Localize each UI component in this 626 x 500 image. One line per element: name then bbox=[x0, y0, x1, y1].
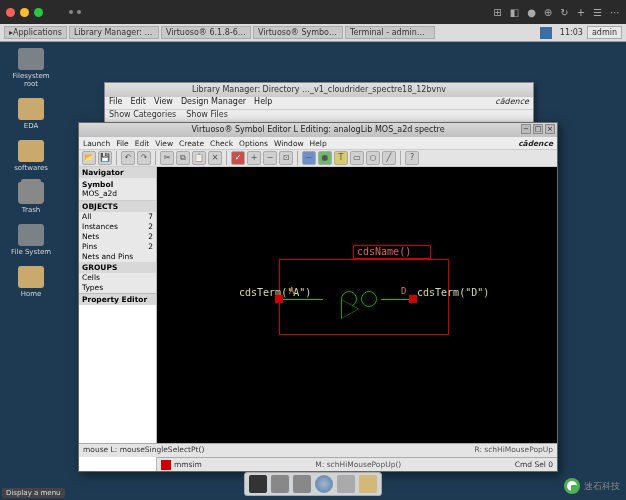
menu-create[interactable]: Create bbox=[179, 139, 204, 148]
property-editor-header: Property Editor bbox=[79, 294, 156, 305]
tray-icon[interactable] bbox=[540, 27, 552, 39]
split-icon[interactable]: ◧ bbox=[510, 7, 519, 18]
schematic-canvas[interactable]: cdsTerm("A") cdsName() cdsTerm("D") A D bbox=[157, 167, 557, 457]
dock-item-browser[interactable] bbox=[315, 475, 333, 493]
close-icon[interactable]: × bbox=[545, 124, 555, 134]
show-categories-toggle[interactable]: Show Categories bbox=[109, 110, 176, 121]
menu-help[interactable]: Help bbox=[310, 139, 327, 148]
copy-button[interactable]: ⧉ bbox=[176, 151, 190, 165]
symbol-editor-menubar: Launch File Edit View Create Check Optio… bbox=[79, 137, 557, 149]
nav-row-instances[interactable]: Instances2 bbox=[79, 222, 156, 232]
menu-options[interactable]: Options bbox=[239, 139, 268, 148]
menu-help[interactable]: Help bbox=[254, 97, 272, 109]
paste-button[interactable]: 📋 bbox=[192, 151, 206, 165]
taskbar-item-symbol-editor[interactable]: Virtuoso® Symbol Edit… bbox=[253, 26, 343, 39]
terminal-d-label: cdsTerm("D") bbox=[417, 287, 489, 298]
desktop-icon-trash[interactable]: Trash bbox=[6, 182, 56, 214]
dock-item-search[interactable] bbox=[337, 475, 355, 493]
status-mouse-left: mouse L: mouseSingleSelectPt() bbox=[83, 445, 204, 456]
dock-item-files[interactable] bbox=[271, 475, 289, 493]
label-button[interactable]: T bbox=[334, 151, 348, 165]
nav-row-pins[interactable]: Pins2 bbox=[79, 242, 156, 252]
redo-button[interactable]: ↷ bbox=[137, 151, 151, 165]
nav-row-cells[interactable]: Cells bbox=[79, 273, 156, 283]
dock-item-terminal[interactable] bbox=[249, 475, 267, 493]
coord-bar: mouse L: mouseSingleSelectPt() R: schHiM… bbox=[79, 443, 557, 457]
help-button[interactable]: ? bbox=[405, 151, 419, 165]
refresh-icon[interactable]: ↻ bbox=[560, 7, 568, 18]
menu-icon[interactable]: ☰ bbox=[593, 7, 602, 18]
line-button[interactable]: ╱ bbox=[382, 151, 396, 165]
plus-icon[interactable]: + bbox=[577, 7, 585, 18]
browser-toolbar-icons: ⊞ ◧ ● ⊕ ↻ + ☰ ⋯ bbox=[493, 7, 620, 18]
menu-edit[interactable]: Edit bbox=[135, 139, 150, 148]
nav-row-nets[interactable]: Nets2 bbox=[79, 232, 156, 242]
check-button[interactable]: ✓ bbox=[231, 151, 245, 165]
undo-button[interactable]: ↶ bbox=[121, 151, 135, 165]
layout-icon[interactable]: ⊞ bbox=[493, 7, 501, 18]
pin-a[interactable] bbox=[275, 295, 283, 303]
record-icon[interactable]: ● bbox=[527, 7, 536, 18]
zoom-fit-button[interactable]: ⊡ bbox=[279, 151, 293, 165]
tab-indicator bbox=[69, 10, 81, 14]
menu-view[interactable]: View bbox=[154, 97, 173, 109]
delete-button[interactable]: ✕ bbox=[208, 151, 222, 165]
nav-row-nets-and-pins[interactable]: Nets and Pins bbox=[79, 252, 156, 262]
taskbar-item-virtuoso[interactable]: Virtuoso® 6.1.8-64b L… bbox=[161, 26, 251, 39]
wire-button[interactable]: ─ bbox=[302, 151, 316, 165]
browser-tab-bar: ⊞ ◧ ● ⊕ ↻ + ☰ ⋯ bbox=[0, 0, 626, 24]
cut-button[interactable]: ✂ bbox=[160, 151, 174, 165]
status-mid: M: schHiMousePopUp() bbox=[202, 460, 515, 469]
user-menu[interactable]: admin bbox=[587, 26, 622, 39]
zoom-out-button[interactable]: − bbox=[263, 151, 277, 165]
navigator-panel: Navigator Symbol MOS_a2d OBJECTS All7 In… bbox=[79, 167, 157, 471]
dock bbox=[244, 472, 382, 496]
status-mouse-right: R: schHiMousePopUp bbox=[474, 445, 553, 456]
zoom-in-button[interactable]: + bbox=[247, 151, 261, 165]
circle-button[interactable]: ○ bbox=[366, 151, 380, 165]
library-manager-subbar: Show Categories Show Files bbox=[105, 109, 533, 121]
show-files-toggle[interactable]: Show Files bbox=[186, 110, 228, 121]
menu-design-manager[interactable]: Design Manager bbox=[181, 97, 246, 109]
nav-row-all[interactable]: All7 bbox=[79, 212, 156, 222]
dock-item-app[interactable] bbox=[293, 475, 311, 493]
desktop-icon-home[interactable]: Home bbox=[6, 266, 56, 298]
symbol-editor-titlebar[interactable]: Virtuoso® Symbol Editor L Editing: analo… bbox=[79, 123, 557, 137]
desktop-icon-file-system[interactable]: File System bbox=[6, 224, 56, 256]
wire-left bbox=[283, 299, 323, 300]
library-manager-title: Library Manager: Directory …_v1_cloudrid… bbox=[192, 85, 446, 94]
library-manager-titlebar[interactable]: Library Manager: Directory …_v1_cloudrid… bbox=[105, 83, 533, 97]
menu-launch[interactable]: Launch bbox=[83, 139, 110, 148]
add-tab-icon[interactable]: ⊕ bbox=[544, 7, 552, 18]
desktop-icon-softwares[interactable]: softwares bbox=[6, 140, 56, 172]
menu-check[interactable]: Check bbox=[210, 139, 233, 148]
menu-view[interactable]: View bbox=[155, 139, 173, 148]
taskbar-item-library[interactable]: Library Manager: Direct… bbox=[69, 26, 159, 39]
desktop-icon-filesystem-root[interactable]: Filesystem root bbox=[6, 48, 56, 88]
save-button[interactable]: 💾 bbox=[98, 151, 112, 165]
nav-row-types[interactable]: Types bbox=[79, 283, 156, 293]
rect-button[interactable]: ▭ bbox=[350, 151, 364, 165]
more-icon[interactable]: ⋯ bbox=[610, 7, 620, 18]
symbol-label: Symbol bbox=[82, 180, 153, 189]
inverter-bubble-2 bbox=[361, 291, 377, 307]
menu-window[interactable]: Window bbox=[274, 139, 304, 148]
dock-item-folder[interactable] bbox=[359, 475, 377, 493]
taskbar-item-terminal[interactable]: Terminal - admin@logi… bbox=[345, 26, 435, 39]
maximize-icon[interactable]: □ bbox=[533, 124, 543, 134]
minimize-icon[interactable]: − bbox=[521, 124, 531, 134]
desktop[interactable]: Filesystem root EDA softwares Trash File… bbox=[0, 42, 626, 500]
open-button[interactable]: 📂 bbox=[82, 151, 96, 165]
menu-file[interactable]: File bbox=[116, 139, 129, 148]
menu-file[interactable]: File bbox=[109, 97, 122, 109]
pin-button[interactable]: ● bbox=[318, 151, 332, 165]
maximize-window-button[interactable] bbox=[34, 8, 43, 17]
desktop-icon-eda[interactable]: EDA bbox=[6, 98, 56, 130]
status-bottom-left: mmsim bbox=[174, 460, 202, 469]
applications-menu[interactable]: ▸Applications bbox=[4, 26, 67, 39]
close-window-button[interactable] bbox=[6, 8, 15, 17]
pin-d[interactable] bbox=[409, 295, 417, 303]
symbol-editor-window[interactable]: Virtuoso® Symbol Editor L Editing: analo… bbox=[78, 122, 558, 472]
menu-edit[interactable]: Edit bbox=[130, 97, 146, 109]
minimize-window-button[interactable] bbox=[20, 8, 29, 17]
